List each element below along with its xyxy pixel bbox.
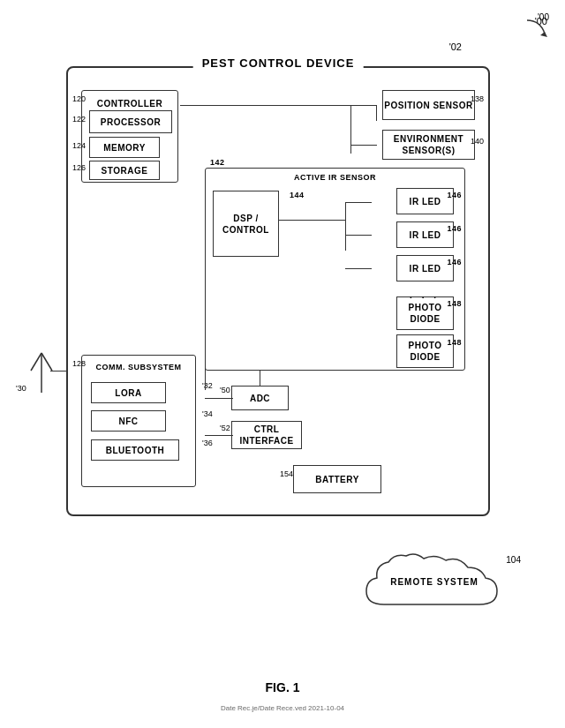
dots: . . . bbox=[410, 289, 440, 301]
comm-subsystem-box: COMM. SUBSYSTEM LORA NFC BLUETOOTH bbox=[81, 355, 196, 487]
ref-152: '52 bbox=[220, 424, 230, 432]
photo-diode-1-label: PHOTO DIODE bbox=[397, 302, 453, 325]
ref-02: '02 bbox=[449, 41, 462, 52]
memory-label: MEMORY bbox=[103, 142, 146, 154]
outer-box: PEST CONTROL DEVICE '02 CONTROLLER PROCE… bbox=[66, 66, 490, 516]
ir-led-3-box: IR LED bbox=[396, 255, 454, 281]
battery-label: BATTERY bbox=[315, 474, 359, 485]
ref-146a: 146 bbox=[447, 191, 462, 201]
ref-128: 128 bbox=[72, 359, 86, 368]
line-dsp-irled bbox=[279, 220, 345, 221]
ref-132: '32 bbox=[202, 381, 213, 390]
ref-104: 104 bbox=[506, 555, 521, 565]
ref-120: 120 bbox=[72, 94, 86, 103]
bluetooth-box: BLUETOOTH bbox=[91, 439, 179, 461]
svg-line-2 bbox=[41, 353, 52, 371]
line-to-ctrl bbox=[205, 435, 233, 436]
memory-box: MEMORY bbox=[89, 137, 160, 158]
ref-130: '30 bbox=[16, 384, 26, 393]
line-adc-up bbox=[260, 371, 260, 386]
ref-148b: 148 bbox=[447, 338, 462, 349]
photo-diode-2-box: PHOTO DIODE bbox=[396, 334, 454, 368]
dsp-control-label: DSP / CONTROL bbox=[214, 213, 278, 236]
line-antenna-comm bbox=[50, 371, 68, 372]
ir-led-1-box: IR LED bbox=[396, 188, 454, 214]
ir-led-2-box: IR LED bbox=[396, 221, 454, 248]
adc-label: ADC bbox=[250, 393, 270, 404]
photo-diode-1-box: PHOTO DIODE bbox=[396, 296, 454, 330]
ref-136: '36 bbox=[202, 439, 213, 447]
line-to-led3 bbox=[345, 268, 372, 269]
position-sensor-box: POSITION SENSOR bbox=[382, 90, 475, 120]
ir-led-1-label: IR LED bbox=[410, 196, 441, 207]
adc-box: ADC bbox=[231, 386, 289, 410]
ref-140: 140 bbox=[471, 137, 484, 146]
fig-label: FIG. 1 bbox=[266, 680, 300, 694]
ref-142: 142 bbox=[210, 158, 225, 169]
storage-label: STORAGE bbox=[102, 165, 148, 176]
antenna bbox=[26, 344, 57, 401]
photo-diode-2-label: PHOTO DIODE bbox=[397, 340, 453, 363]
ir-led-3-label: IR LED bbox=[410, 263, 441, 274]
ref-138: 138 bbox=[471, 94, 484, 103]
line-to-env-sensor bbox=[350, 105, 351, 154]
line-to-led1 bbox=[345, 202, 372, 203]
bluetooth-label: BLUETOOTH bbox=[106, 445, 165, 456]
line-to-position-sensor bbox=[376, 105, 377, 121]
nfc-box: NFC bbox=[91, 410, 166, 432]
ref-124: 124 bbox=[72, 141, 86, 150]
ctrl-interface-label: CTRL INTERFACE bbox=[232, 424, 301, 447]
active-ir-sensor-box: ACTIVE IR SENSOR 142 DSP / CONTROL 144 I… bbox=[205, 168, 465, 371]
ref-146c: 146 bbox=[447, 258, 462, 268]
processor-label: PROCESSOR bbox=[101, 116, 161, 128]
footer-text: Date Rec.je/Date Rece.ved 2021-10-04 bbox=[221, 704, 344, 712]
ref-146b: 146 bbox=[447, 224, 462, 235]
active-ir-sensor-label: ACTIVE IR SENSOR bbox=[294, 173, 376, 184]
lora-box: LORA bbox=[91, 382, 166, 403]
position-sensor-label: POSITION SENSOR bbox=[384, 100, 472, 111]
line-controller-sensors bbox=[180, 105, 376, 106]
ref-148a: 148 bbox=[447, 299, 462, 310]
remote-system-cloud: REMOTE SYSTEM bbox=[358, 552, 512, 618]
ref-150: '50 bbox=[220, 386, 230, 394]
dsp-control-box: DSP / CONTROL bbox=[213, 191, 279, 257]
ir-led-2-label: IR LED bbox=[410, 229, 441, 241]
nfc-label: NFC bbox=[118, 416, 138, 427]
svg-line-1 bbox=[31, 353, 41, 371]
corner-ref-label: '00 bbox=[538, 12, 549, 22]
controller-outer-box: CONTROLLER PROCESSOR MEMORY STORAGE bbox=[81, 90, 178, 183]
ref-144: 144 bbox=[290, 191, 305, 201]
line-to-led2 bbox=[345, 235, 372, 236]
line-to-adc bbox=[205, 398, 233, 399]
comm-subsystem-label: COMM. SUBSYSTEM bbox=[95, 363, 181, 373]
line-to-env-sensor-h bbox=[350, 145, 377, 146]
device-title: PEST CONTROL DEVICE bbox=[193, 56, 364, 70]
ref-126: 126 bbox=[72, 163, 86, 172]
svg-marker-4 bbox=[540, 32, 547, 37]
battery-box: BATTERY bbox=[293, 465, 381, 493]
line-v-main bbox=[205, 183, 206, 390]
lora-label: LORA bbox=[115, 387, 141, 399]
svg-text:REMOTE SYSTEM: REMOTE SYSTEM bbox=[390, 577, 478, 587]
page: '00 PEST CONTROL DEVICE '02 CONTROLLER P… bbox=[0, 0, 565, 728]
ctrl-interface-box: CTRL INTERFACE bbox=[231, 421, 302, 449]
ref-154: 154 bbox=[280, 469, 293, 478]
storage-box: STORAGE bbox=[89, 161, 160, 180]
ref-134: '34 bbox=[202, 409, 213, 418]
line-v-irled bbox=[345, 202, 346, 251]
processor-box: PROCESSOR bbox=[89, 110, 172, 133]
environment-sensor-label: ENVIRONMENT SENSOR(S) bbox=[383, 133, 474, 156]
ref-122: 122 bbox=[72, 115, 86, 124]
controller-label: CONTROLLER bbox=[82, 98, 177, 109]
environment-sensor-box: ENVIRONMENT SENSOR(S) bbox=[382, 130, 475, 160]
